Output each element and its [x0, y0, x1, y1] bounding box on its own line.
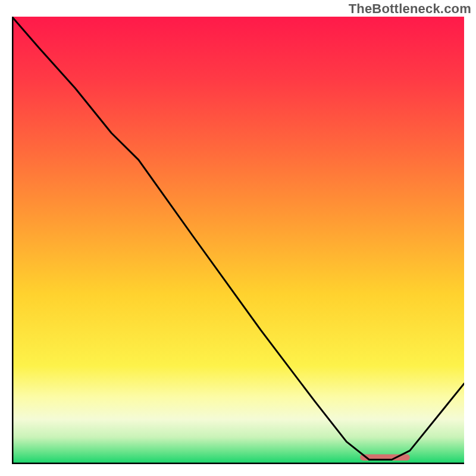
gradient-background — [12, 17, 464, 464]
chart-container: TheBottleneck.com — [0, 0, 476, 476]
plot-area — [12, 17, 464, 464]
watermark-label: TheBottleneck.com — [349, 1, 471, 17]
chart-svg — [12, 17, 464, 464]
